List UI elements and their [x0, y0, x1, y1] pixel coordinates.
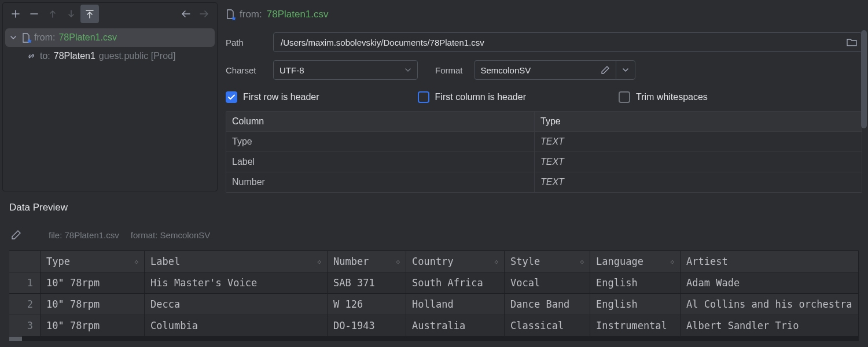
mappings-panel: from: 78Platen1.csv to: 78Platen1 guest.…: [2, 2, 218, 191]
data-preview-panel: Data Preview file: 78Platen1.csv format:…: [0, 194, 868, 347]
chevron-down-icon: [10, 34, 18, 41]
edit-button[interactable]: [9, 228, 23, 242]
charset-select[interactable]: UTF-8: [273, 60, 418, 80]
move-up-button: [43, 5, 62, 23]
source-prefix: from:: [34, 32, 55, 43]
checkbox-unchecked-icon: [619, 91, 630, 103]
col-header[interactable]: Country◇: [406, 251, 505, 272]
format-value: SemcolonSV: [481, 65, 531, 75]
first-col-label: First column is header: [435, 92, 526, 102]
col-header[interactable]: Number◇: [328, 251, 406, 272]
link-icon: [26, 51, 36, 61]
grid-header-row: Type◇ Label◇ Number◇ Country◇ Style◇ Lan…: [9, 250, 859, 272]
charset-value: UTF-8: [279, 65, 304, 75]
row-number: 2: [9, 294, 41, 315]
col-header[interactable]: Label◇: [145, 251, 328, 272]
data-grid: Type◇ Label◇ Number◇ Country◇ Style◇ Lan…: [9, 250, 859, 341]
target-name: 78Platen1: [54, 51, 95, 61]
checkbox-unchecked-icon: [418, 91, 429, 103]
preview-file-label: file: 78Platen1.csv: [49, 230, 119, 240]
pencil-icon[interactable]: [601, 65, 610, 75]
add-button[interactable]: [6, 5, 25, 23]
remove-button[interactable]: [25, 5, 43, 23]
grid-corner: [9, 251, 41, 272]
column-row[interactable]: Label TEXT: [226, 152, 862, 172]
details-panel: from: 78Platen1.csv Path /Users/maxim.so…: [220, 0, 868, 194]
sort-icon: ◇: [317, 259, 321, 265]
file-icon: [21, 33, 31, 42]
path-input[interactable]: /Users/maxim.sobolevskiy/Documents/78Pla…: [273, 32, 862, 52]
trim-whitespaces-checkbox[interactable]: Trim whitespaces: [619, 91, 708, 103]
horizontal-scrollbar[interactable]: [9, 337, 859, 341]
target-node[interactable]: to: 78Platen1 guest.public [Prod]: [21, 47, 215, 65]
columns-table: Column Type Type TEXT Label TEXT Number …: [226, 111, 862, 193]
checkbox-checked-icon: [226, 91, 237, 103]
folder-icon[interactable]: [847, 38, 857, 47]
move-down-button: [62, 5, 80, 23]
column-row[interactable]: Number TEXT: [226, 172, 862, 193]
trim-label: Trim whitespaces: [636, 92, 708, 102]
back-button[interactable]: [176, 5, 195, 23]
column-row[interactable]: Type TEXT: [226, 132, 862, 152]
charset-label: Charset: [226, 65, 273, 75]
target-prefix: to:: [40, 51, 50, 61]
col-header[interactable]: Type◇: [41, 251, 145, 272]
path-label: Path: [226, 38, 273, 47]
mapping-tree: from: 78Platen1.csv to: 78Platen1 guest.…: [3, 25, 217, 69]
columns-header-name: Column: [226, 112, 535, 132]
format-dropdown-button[interactable]: [616, 60, 635, 80]
row-number: 3: [9, 315, 41, 336]
file-icon: [226, 9, 235, 20]
forward-button: [195, 5, 214, 23]
grid-row[interactable]: 3 10" 78rpm Columbia DO-1943 Australia C…: [9, 315, 859, 337]
source-filename: 78Platen1.csv: [58, 32, 117, 43]
details-header: from: 78Platen1.csv: [226, 5, 862, 24]
sort-icon: ◇: [580, 259, 584, 265]
chevron-down-icon: [404, 67, 411, 73]
first-row-header-checkbox[interactable]: First row is header: [226, 91, 319, 103]
grid-row[interactable]: 1 10" 78rpm His Master's Voice SAB 371 S…: [9, 272, 859, 294]
target-suffix: guest.public [Prod]: [99, 51, 176, 61]
row-number: 1: [9, 272, 41, 293]
toolbar: [3, 3, 217, 25]
header-prefix: from:: [240, 9, 262, 20]
header-filename: 78Platen1.csv: [267, 9, 329, 20]
sort-icon: ◇: [134, 259, 138, 265]
import-action-button[interactable]: [80, 5, 99, 23]
col-header[interactable]: Artiest: [681, 251, 859, 272]
path-value: /Users/maxim.sobolevskiy/Documents/78Pla…: [281, 38, 484, 47]
first-row-label: First row is header: [243, 92, 319, 102]
preview-format-label: format: SemcolonSV: [131, 230, 211, 240]
format-select[interactable]: SemcolonSV: [475, 60, 616, 80]
sort-icon: ◇: [494, 259, 498, 265]
col-header[interactable]: Style◇: [505, 251, 590, 272]
sort-icon: ◇: [396, 259, 400, 265]
data-preview-title: Data Preview: [9, 202, 859, 213]
first-column-header-checkbox[interactable]: First column is header: [418, 91, 526, 103]
columns-header-type: Type: [535, 112, 862, 132]
col-header[interactable]: Language◇: [590, 251, 681, 272]
sort-icon: ◇: [670, 259, 674, 265]
vertical-scrollbar[interactable]: [861, 30, 867, 128]
grid-row[interactable]: 2 10" 78rpm Decca W 126 Holland Dance Ba…: [9, 294, 859, 315]
format-label: Format: [435, 65, 463, 75]
source-node[interactable]: from: 78Platen1.csv: [5, 28, 215, 47]
